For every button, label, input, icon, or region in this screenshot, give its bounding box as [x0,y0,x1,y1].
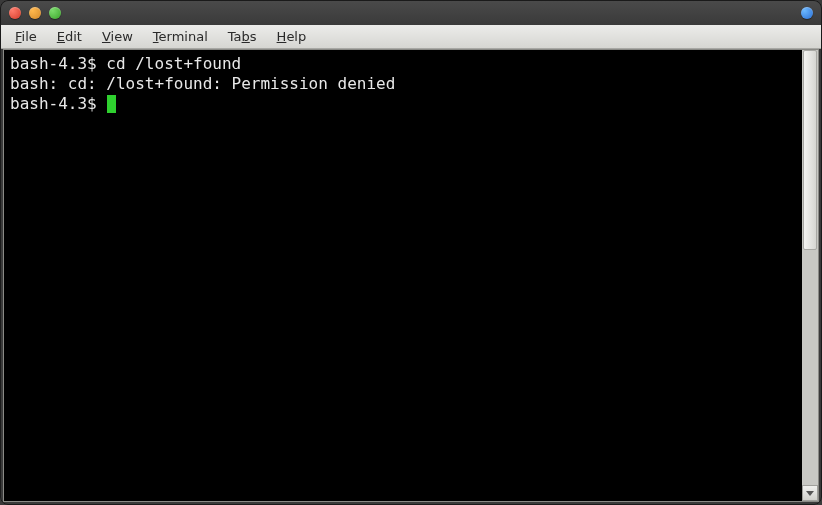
scrollbar[interactable] [802,50,818,501]
window-controls [9,7,61,19]
terminal-container: bash-4.3$ cd /lost+foundbash: cd: /lost+… [3,49,819,502]
scrollbar-track[interactable] [802,50,818,485]
chevron-down-icon [806,491,814,496]
cursor-icon [107,95,116,113]
close-button[interactable] [9,7,21,19]
maximize-button[interactable] [49,7,61,19]
prompt: bash-4.3$ [10,54,106,73]
terminal-line: bash-4.3$ cd /lost+found [10,54,796,74]
scrollbar-thumb[interactable] [803,50,817,250]
command-text: cd /lost+found [106,54,241,73]
menu-terminal[interactable]: Terminal [145,27,216,46]
minimize-button[interactable] [29,7,41,19]
menu-view[interactable]: View [94,27,141,46]
terminal-line: bash: cd: /lost+found: Permission denied [10,74,796,94]
scroll-down-button[interactable] [802,485,818,501]
menubar: File Edit View Terminal Tabs Help [1,25,821,49]
status-indicator-icon [801,7,813,19]
menu-edit[interactable]: Edit [49,27,90,46]
titlebar[interactable] [1,1,821,25]
menu-help[interactable]: Help [269,27,315,46]
terminal-window: File Edit View Terminal Tabs Help bash-4… [0,0,822,505]
prompt: bash-4.3$ [10,94,106,113]
terminal-line: bash-4.3$ [10,94,796,114]
output-text: bash: cd: /lost+found: Permission denied [10,74,395,93]
menu-file[interactable]: File [7,27,45,46]
menu-tabs[interactable]: Tabs [220,27,265,46]
terminal-area[interactable]: bash-4.3$ cd /lost+foundbash: cd: /lost+… [4,50,802,501]
